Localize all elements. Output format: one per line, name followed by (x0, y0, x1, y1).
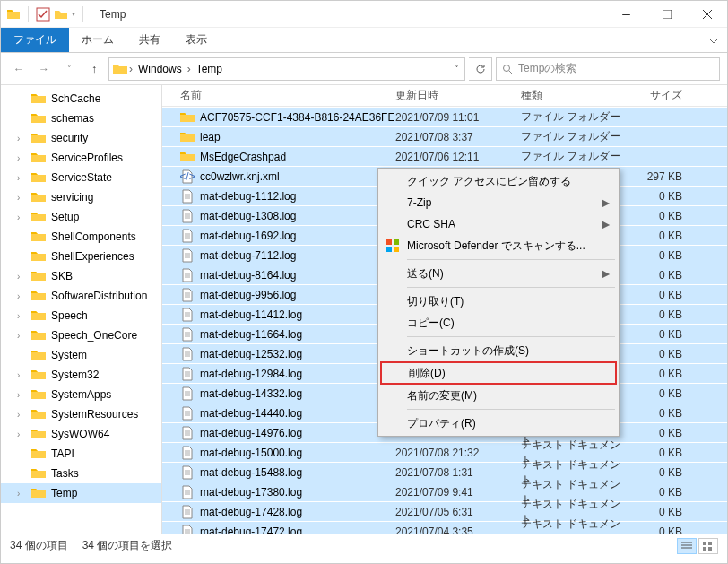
tree-item[interactable]: System (1, 345, 161, 365)
address-dropdown-icon[interactable]: ˅ (453, 64, 461, 74)
tree-item[interactable]: schemas (1, 108, 161, 128)
list-row[interactable]: mat-debug-15488.log2021/07/08 1:31テキスト ド… (162, 462, 727, 482)
qat-dropdown-icon[interactable]: ▾ (72, 10, 75, 18)
tree-item[interactable]: ›ServiceState (1, 168, 161, 187)
qat-checkbox-icon[interactable] (36, 7, 50, 22)
expand-arrow-icon[interactable]: › (17, 331, 26, 341)
tree-item[interactable]: ›SystemApps (1, 385, 161, 404)
menu-7zip[interactable]: 7-Zip▶ (380, 192, 617, 213)
list-row[interactable]: ACF70575-CCF1-4384-B816-24AE36FED19...20… (162, 107, 727, 126)
up-button[interactable]: ↑ (83, 58, 105, 80)
list-row[interactable]: mat-debug-17472.log2021/07/04 3:35テキスト ド… (162, 521, 727, 534)
tree-item[interactable]: ›Temp (1, 483, 161, 503)
col-size[interactable]: サイズ (628, 88, 691, 103)
tree-item[interactable]: ShellExperiences (1, 247, 161, 266)
menu-cut[interactable]: 切り取り(T) (380, 291, 617, 312)
tab-home[interactable]: ホーム (69, 28, 126, 52)
folder-icon (31, 172, 46, 183)
menu-crc-sha[interactable]: CRC SHA▶ (380, 213, 617, 235)
file-size: 0 KB (628, 525, 691, 534)
list-row[interactable]: MsEdgeCrashpad2021/07/06 12:11ファイル フォルダー (162, 146, 727, 166)
chevron-right-icon[interactable]: › (127, 63, 134, 75)
tree-item[interactable]: ›security (1, 128, 161, 148)
menu-delete[interactable]: 削除(D) (380, 361, 617, 385)
tree-item[interactable]: ›Speech (1, 306, 161, 325)
list-row[interactable]: mat-debug-17380.log2021/07/09 9:41テキスト ド… (162, 482, 727, 501)
back-button[interactable]: ← (8, 58, 30, 80)
expand-arrow-icon[interactable]: › (17, 291, 26, 301)
recent-dropdown[interactable]: ˅ (58, 58, 80, 80)
file-name: mat-debug-12984.log (200, 368, 302, 380)
expand-arrow-icon[interactable]: › (17, 370, 26, 380)
tree-item[interactable]: ›System32 (1, 365, 161, 385)
file-icon (180, 505, 195, 519)
tab-share[interactable]: 共有 (126, 28, 173, 52)
expand-arrow-icon[interactable]: › (17, 153, 26, 163)
view-icons-button[interactable] (698, 538, 718, 554)
close-button[interactable] (687, 1, 727, 28)
menu-send-to[interactable]: 送る(N)▶ (380, 263, 617, 284)
tree-item[interactable]: ShellComponents (1, 227, 161, 247)
list-row[interactable]: mat-debug-15000.log2021/07/08 21:32テキスト … (162, 442, 727, 462)
tree-item[interactable]: Tasks (1, 464, 161, 483)
col-type[interactable]: 種類 (521, 88, 628, 103)
menu-properties[interactable]: プロパティ(R) (380, 412, 617, 434)
maximize-button[interactable] (646, 1, 687, 28)
minimize-button[interactable]: ─ (606, 1, 646, 28)
expand-arrow-icon[interactable]: › (17, 173, 26, 183)
menu-create-shortcut[interactable]: ショートカットの作成(S) (380, 340, 617, 361)
breadcrumb-windows[interactable]: Windows (134, 63, 186, 75)
tab-file[interactable]: ファイル (1, 28, 69, 52)
tree-item[interactable]: ›SystemResources (1, 404, 161, 424)
file-date: 2021/07/04 3:35 (395, 525, 521, 534)
refresh-button[interactable] (469, 57, 492, 81)
expand-arrow-icon[interactable]: › (17, 193, 26, 203)
col-name[interactable]: 名前 (162, 88, 395, 103)
tree-item[interactable]: ›Setup (1, 207, 161, 227)
folder-tree[interactable]: SchCacheschemas›security›ServiceProfiles… (1, 85, 162, 534)
tree-item-label: SysWOW64 (51, 428, 109, 440)
expand-arrow-icon[interactable]: › (17, 430, 26, 439)
status-item-count: 34 個の項目 (10, 538, 68, 553)
forward-button[interactable]: → (33, 58, 55, 80)
tree-item[interactable]: ›SKB (1, 266, 161, 286)
menu-defender-scan[interactable]: Microsoft Defender でスキャンする... (380, 235, 617, 256)
expand-arrow-icon[interactable]: › (17, 213, 26, 222)
tree-item[interactable]: SchCache (1, 89, 161, 108)
tree-item[interactable]: ›servicing (1, 187, 161, 207)
tree-item[interactable]: TAPI (1, 444, 161, 464)
expand-arrow-icon[interactable]: › (17, 311, 26, 321)
expand-arrow-icon[interactable]: › (17, 272, 26, 282)
qat-folder-icon[interactable] (54, 7, 68, 22)
file-name: mat-debug-1112.log (200, 190, 296, 203)
expand-arrow-icon[interactable]: › (17, 134, 26, 143)
expand-arrow-icon[interactable]: › (17, 489, 26, 499)
expand-arrow-icon[interactable]: › (17, 390, 26, 400)
tree-item[interactable]: ›ServiceProfiles (1, 148, 161, 168)
list-row[interactable]: mat-debug-17428.log2021/07/05 6:31テキスト ド… (162, 501, 727, 521)
expand-arrow-icon[interactable]: › (17, 410, 26, 420)
file-date: 2021/07/06 12:11 (395, 151, 521, 163)
file-size: 0 KB (628, 210, 691, 222)
tab-view[interactable]: 表示 (173, 28, 220, 52)
defender-icon (386, 239, 400, 253)
ribbon-expand-button[interactable] (700, 28, 727, 52)
folder-icon (31, 369, 46, 380)
file-icon (180, 132, 195, 143)
menu-copy[interactable]: コピー(C) (380, 312, 617, 334)
chevron-right-icon[interactable]: › (186, 63, 193, 75)
tree-item-label: ShellExperiences (51, 250, 134, 263)
col-date[interactable]: 更新日時 (395, 88, 521, 103)
address-bar[interactable]: › Windows › Temp ˅ (108, 57, 465, 81)
view-details-button[interactable] (677, 538, 697, 554)
file-icon (180, 268, 195, 282)
list-row[interactable]: leap2021/07/08 3:37ファイル フォルダー (162, 126, 727, 146)
menu-pin-quick-access[interactable]: クイック アクセスにピン留めする (380, 170, 617, 192)
tree-item[interactable]: ›SoftwareDistribution (1, 286, 161, 306)
menu-rename[interactable]: 名前の変更(M) (380, 385, 617, 406)
search-input[interactable]: Tempの検索 (496, 57, 720, 81)
list-header[interactable]: 名前 更新日時 種類 サイズ (162, 85, 727, 107)
breadcrumb-temp[interactable]: Temp (193, 63, 226, 75)
tree-item[interactable]: ›SysWOW64 (1, 424, 161, 444)
tree-item[interactable]: ›Speech_OneCore (1, 325, 161, 345)
